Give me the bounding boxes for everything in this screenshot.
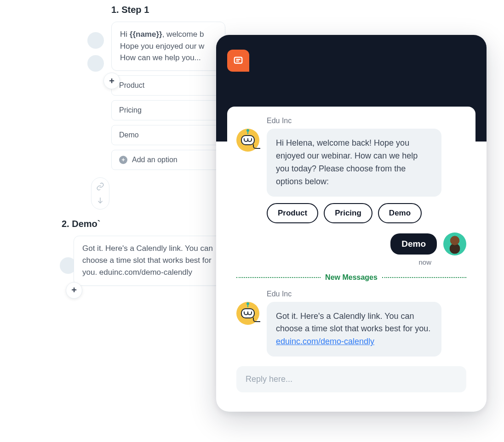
bot-message-bubble: Got it. Here's a Calendly link. You can … [267, 302, 441, 357]
bot-antenna-icon [247, 131, 248, 134]
option-item-product[interactable]: Product [111, 75, 225, 96]
add-option-label: Add an option [132, 156, 178, 164]
bot-avatar [236, 302, 259, 325]
option-label: Product [119, 81, 144, 90]
quick-reply-row: Product Pricing Demo [227, 197, 475, 223]
option-item-pricing[interactable]: Pricing [111, 100, 225, 120]
option-item-demo[interactable]: Demo [111, 125, 225, 145]
flow-node-dot [87, 32, 104, 49]
divider-line [236, 277, 321, 278]
bot-message-bubble: Hi Helena, welcome back! Hope you enjoye… [267, 129, 441, 197]
divider-line [382, 277, 466, 278]
plus-icon: + [109, 76, 115, 86]
bot-face-icon [241, 135, 255, 145]
chat-body: Edu Inc Hi Helena, welcome back! Hope yo… [227, 107, 475, 401]
quick-reply-pricing[interactable]: Pricing [324, 203, 372, 223]
sender-name: Edu Inc [267, 290, 475, 298]
arrow-down-icon [96, 196, 104, 204]
quick-reply-product[interactable]: Product [267, 203, 318, 223]
reply-input[interactable]: Reply here... [236, 366, 466, 392]
option-label: Demo [119, 131, 139, 139]
user-avatar [443, 232, 466, 255]
bot-avatar [236, 129, 259, 152]
user-message-bubble: Demo [390, 233, 437, 255]
bot-face-icon [241, 308, 255, 318]
sender-name: Edu Inc [267, 117, 475, 125]
quick-reply-demo[interactable]: Demo [378, 203, 422, 223]
svg-rect-0 [235, 57, 242, 63]
flow-node-dot [87, 55, 104, 72]
message-text: Got it. Here's a Calendly link. You can … [82, 243, 217, 279]
plus-circle-icon: + [119, 156, 127, 164]
link-icon [96, 182, 104, 191]
user-message-row: Demo [227, 223, 475, 255]
bot-message-text: Got it. Here's a Calendly link. You can … [276, 312, 430, 334]
bot-message-row: Hi Helena, welcome back! Hope you enjoye… [227, 129, 475, 197]
message-text-pre: Hi [120, 30, 130, 39]
step-1-heading: 1. Step 1 [111, 5, 225, 15]
flow-connector [91, 177, 109, 210]
plus-icon: + [71, 285, 77, 295]
message-timestamp: now [227, 258, 475, 266]
step-2-message-card[interactable]: + Got it. Here's a Calendly link. You ca… [74, 236, 225, 286]
add-step-button[interactable]: + [103, 73, 120, 89]
add-step-button[interactable]: + [66, 282, 82, 299]
step-2-heading: 2. Demo` [62, 219, 225, 229]
bot-antenna-icon [247, 305, 248, 307]
brand-logo [227, 50, 249, 72]
step-1-message-card[interactable]: + Hi {{name}}, welcome b Hope you enjoye… [111, 22, 225, 71]
add-option-button[interactable]: + Add an option [111, 150, 225, 170]
flow-builder: 1. Step 1 + Hi {{name}}, welcome b Hope … [60, 5, 225, 286]
option-label: Pricing [119, 106, 142, 114]
chat-icon [233, 56, 243, 66]
template-variable: {{name}} [130, 30, 162, 39]
chat-widget: Edu Inc Hi Helena, welcome back! Hope yo… [216, 35, 487, 412]
divider-label: New Messages [325, 273, 378, 282]
calendly-link[interactable]: eduinc.com/demo-calendly [276, 337, 374, 346]
new-messages-divider: New Messages [227, 269, 475, 286]
bot-message-row: Got it. Here's a Calendly link. You can … [227, 302, 475, 357]
